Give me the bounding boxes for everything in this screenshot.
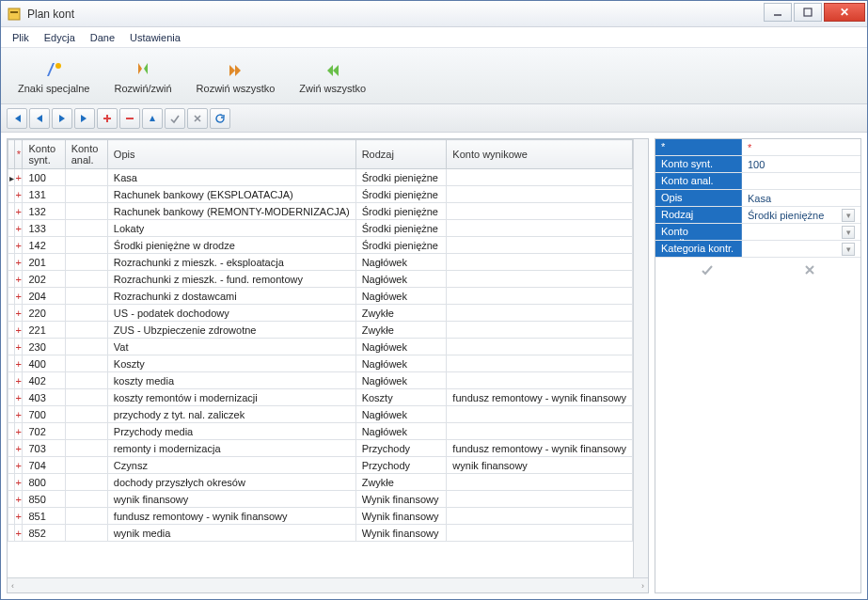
header-konto-anal[interactable]: Konto anal. xyxy=(65,140,107,169)
table-row[interactable]: +204Rozrachunki z dostawcamiNagłówek xyxy=(8,288,633,305)
header-konto-wynikowe[interactable]: Konto wynikowe xyxy=(447,140,633,169)
table-row[interactable]: +400KosztyNagłówek xyxy=(8,355,633,372)
expand-icon[interactable]: + xyxy=(15,271,23,288)
expand-icon[interactable]: + xyxy=(15,372,23,389)
expand-icon[interactable]: + xyxy=(15,322,23,339)
chevron-down-icon[interactable]: ▾ xyxy=(842,243,855,256)
grid-header-row: * Konto synt. Konto anal. Opis Rodzaj Ko… xyxy=(8,140,633,169)
menu-plik[interactable]: Plik xyxy=(7,30,35,45)
menu-ustawienia[interactable]: Ustawienia xyxy=(124,30,186,45)
table-row[interactable]: +703remonty i modernizacjaPrzychodyfundu… xyxy=(8,440,633,457)
menu-edycja[interactable]: Edycja xyxy=(39,30,81,45)
table-row[interactable]: +850wynik finansowyWynik finansowy xyxy=(8,491,633,508)
table-row[interactable]: +133LokatyŚrodki pieniężne xyxy=(8,220,633,237)
chevron-down-icon[interactable]: ▾ xyxy=(842,209,855,222)
table-row[interactable]: +131Rachunek bankowy (EKSPLOATACJA)Środk… xyxy=(8,186,633,203)
horizontal-scrollbar[interactable]: ‹› xyxy=(8,577,648,592)
cell-opis: wynik media xyxy=(107,525,355,542)
header-konto-synt[interactable]: Konto synt. xyxy=(23,140,65,169)
table-row[interactable]: +704CzynszPrzychodywynik finansowy xyxy=(8,457,633,474)
expand-icon[interactable]: + xyxy=(15,525,23,542)
side-cancel-icon[interactable] xyxy=(803,263,816,278)
table-row[interactable]: +800dochody przyszłych okresówZwykłe xyxy=(8,474,633,491)
vertical-scrollbar[interactable] xyxy=(633,139,648,577)
header-opis[interactable]: Opis xyxy=(107,140,355,169)
header-rodzaj[interactable]: Rodzaj xyxy=(355,140,447,169)
tool-expand-all[interactable]: Rozwiń wszystko xyxy=(189,55,283,98)
prop-konto-wynikowe-value[interactable]: ▾ xyxy=(742,224,860,240)
prop-konto-anal-value[interactable] xyxy=(742,173,860,189)
table-row[interactable]: +402koszty mediaNagłówek xyxy=(8,372,633,389)
table-row[interactable]: +132Rachunek bankowy (REMONTY-MODERNIZAC… xyxy=(8,203,633,220)
expand-icon[interactable]: + xyxy=(15,203,23,220)
nav-post[interactable] xyxy=(165,108,185,129)
expand-icon[interactable]: + xyxy=(15,508,23,525)
nav-next[interactable] xyxy=(52,108,72,129)
minimize-button[interactable] xyxy=(764,3,792,22)
chevron-down-icon[interactable]: ▾ xyxy=(842,226,855,239)
cell-konto-synt: 230 xyxy=(23,339,65,355)
nav-cancel[interactable] xyxy=(187,108,208,129)
cell-konto-anal xyxy=(65,389,107,406)
prop-kategoria-value[interactable]: ▾ xyxy=(742,241,860,257)
cell-konto-synt: 220 xyxy=(23,305,65,322)
table-row[interactable]: +142Środki pieniężne w drodzeŚrodki pien… xyxy=(8,237,633,254)
nav-first[interactable] xyxy=(7,108,27,129)
nav-add[interactable] xyxy=(97,108,118,129)
expand-icon[interactable]: + xyxy=(15,305,23,322)
expand-icon[interactable]: + xyxy=(15,355,23,372)
nav-edit[interactable] xyxy=(142,108,163,129)
header-indicator[interactable] xyxy=(8,140,15,169)
expand-icon[interactable]: + xyxy=(15,389,23,406)
cell-rodzaj: Koszty xyxy=(355,389,447,406)
close-button[interactable]: ✕ xyxy=(824,3,865,22)
table-row[interactable]: +230VatNagłówek xyxy=(8,339,633,355)
row-indicator xyxy=(8,271,15,288)
expand-icon[interactable]: + xyxy=(15,406,23,423)
expand-icon[interactable]: + xyxy=(15,474,23,491)
cell-opis: US - podatek dochodowy xyxy=(107,305,355,322)
table-row[interactable]: +700przychody z tyt. nal. zaliczekNagłów… xyxy=(8,406,633,423)
table-row[interactable]: +702Przychody mediaNagłówek xyxy=(8,423,633,440)
prop-opis-value[interactable]: Kasa xyxy=(742,190,860,206)
maximize-button[interactable] xyxy=(794,3,822,22)
table-row[interactable]: +403koszty remontów i modernizacjiKoszty… xyxy=(8,389,633,406)
table-row[interactable]: ▸+100KasaŚrodki pieniężne xyxy=(8,169,633,186)
tool-expand-collapse[interactable]: Rozwiń/zwiń xyxy=(106,55,179,98)
expand-icon[interactable]: + xyxy=(15,186,23,203)
expand-icon[interactable]: + xyxy=(15,440,23,457)
tool-collapse-all[interactable]: Zwiń wszystko xyxy=(292,55,373,98)
expand-icon[interactable]: + xyxy=(15,423,23,440)
cell-konto-wynikowe xyxy=(447,355,633,372)
cell-opis: Rozrachunki z mieszk. - eksploatacja xyxy=(107,254,355,271)
cell-konto-wynikowe xyxy=(447,305,633,322)
table-row[interactable]: +201Rozrachunki z mieszk. - eksploatacja… xyxy=(8,254,633,271)
expand-icon[interactable]: + xyxy=(15,254,23,271)
cell-konto-wynikowe xyxy=(447,271,633,288)
expand-icon[interactable]: + xyxy=(15,339,23,355)
table-row[interactable]: +852wynik mediaWynik finansowy xyxy=(8,525,633,542)
expand-icon[interactable]: + xyxy=(15,169,23,186)
table-row[interactable]: +221ZUS - Ubzpieczenie zdrowotneZwykłe xyxy=(8,322,633,339)
table-row[interactable]: +220US - podatek dochodowyZwykłe xyxy=(8,305,633,322)
prop-rodzaj-value[interactable]: Środki pieniężne▾ xyxy=(742,207,860,223)
nav-prev[interactable] xyxy=(29,108,50,129)
side-apply-icon[interactable] xyxy=(701,263,714,278)
table-row[interactable]: +851fundusz remontowy - wynik finansowyW… xyxy=(8,508,633,525)
menu-dane[interactable]: Dane xyxy=(85,30,120,45)
table-row[interactable]: +202Rozrachunki z mieszk. - fund. remont… xyxy=(8,271,633,288)
expand-icon[interactable]: + xyxy=(15,288,23,305)
nav-delete[interactable] xyxy=(119,108,140,129)
titlebar[interactable]: Plan kont ✕ xyxy=(1,1,867,27)
expand-icon[interactable]: + xyxy=(15,220,23,237)
expand-icon[interactable]: + xyxy=(15,457,23,474)
accounts-grid[interactable]: * Konto synt. Konto anal. Opis Rodzaj Ko… xyxy=(8,139,633,577)
tool-special-chars[interactable]: Znaki specjalne xyxy=(10,55,97,98)
nav-last[interactable] xyxy=(74,108,95,129)
expand-icon[interactable]: + xyxy=(15,491,23,508)
row-indicator xyxy=(8,237,15,254)
nav-refresh[interactable] xyxy=(210,108,230,129)
expand-icon[interactable]: + xyxy=(15,237,23,254)
prop-konto-synt-value[interactable]: 100 xyxy=(742,156,860,172)
header-expand[interactable]: * xyxy=(15,140,23,169)
